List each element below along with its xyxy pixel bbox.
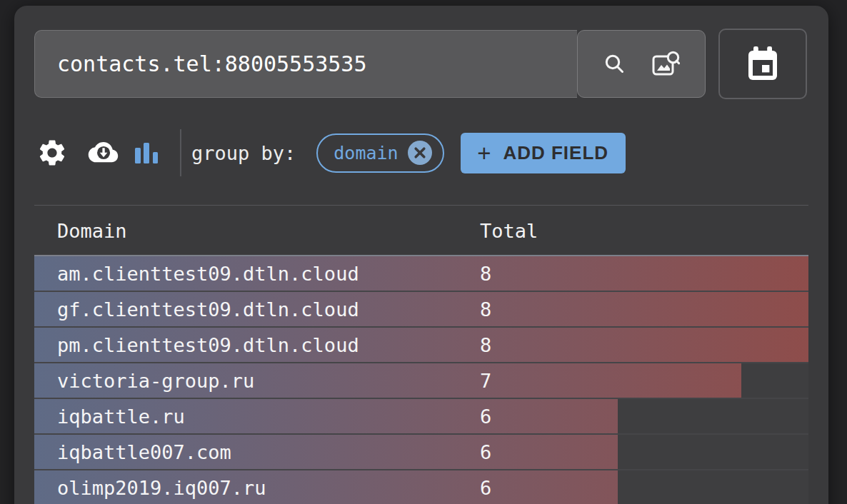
- row-total: 6: [480, 405, 491, 428]
- search-bar: [34, 30, 706, 98]
- group-by-label: group by:: [191, 142, 296, 164]
- add-field-label: ADD FIELD: [503, 142, 608, 164]
- row-total: 7: [480, 370, 491, 392]
- row-domain: iqbattle007.com: [57, 441, 231, 463]
- table-row[interactable]: iqbattle007.com6: [34, 433, 808, 469]
- row-total: 8: [480, 334, 491, 356]
- calendar-icon: [743, 44, 782, 84]
- table-row[interactable]: victoria-group.ru7: [34, 362, 808, 398]
- row-domain: pm.clienttest09.dtln.cloud: [57, 334, 359, 356]
- image-search-icon: [651, 51, 680, 78]
- search-button[interactable]: [603, 52, 627, 76]
- gear-icon: [36, 137, 68, 168]
- row-domain: am.clienttest09.dtln.cloud: [57, 263, 359, 285]
- row-domain: olimp2019.iq007.ru: [57, 477, 266, 499]
- row-total: 8: [480, 263, 491, 285]
- table-row[interactable]: am.clienttest09.dtln.cloud8: [34, 255, 808, 291]
- results-table: Domain Total am.clienttest09.dtln.cloud8…: [34, 205, 808, 504]
- group-by-chip-domain[interactable]: domain: [316, 133, 443, 173]
- table-header: Domain Total: [34, 205, 808, 255]
- calendar-button[interactable]: [718, 29, 807, 99]
- plus-icon: +: [477, 141, 491, 165]
- chart-button[interactable]: [135, 142, 159, 163]
- table-body: am.clienttest09.dtln.cloud8gf.clienttest…: [34, 255, 808, 504]
- row-total: 6: [480, 441, 491, 463]
- table-row[interactable]: gf.clienttest09.dtln.cloud8: [34, 291, 808, 326]
- add-field-button[interactable]: + ADD FIELD: [461, 133, 626, 173]
- table-row[interactable]: pm.clienttest09.dtln.cloud8: [34, 326, 808, 362]
- download-button[interactable]: [86, 140, 119, 166]
- chip-remove-icon[interactable]: [408, 141, 432, 165]
- search-panel-card: group by: domain + ADD FIELD Domain Tota…: [14, 6, 828, 504]
- search-input[interactable]: [34, 30, 577, 98]
- row-total: 6: [480, 477, 491, 499]
- bar-chart-icon: [135, 142, 159, 163]
- search-icon: [603, 52, 627, 76]
- toolbar-divider: [180, 129, 181, 176]
- cloud-download-icon: [86, 140, 119, 166]
- row-domain: victoria-group.ru: [57, 370, 254, 392]
- toolbar: group by: domain + ADD FIELD: [36, 128, 626, 177]
- row-domain: gf.clienttest09.dtln.cloud: [57, 298, 359, 321]
- settings-button[interactable]: [36, 137, 68, 168]
- row-domain: iqbattle.ru: [57, 405, 185, 428]
- column-header-domain: Domain: [57, 219, 127, 241]
- table-row[interactable]: olimp2019.iq007.ru6: [34, 469, 808, 504]
- table-row[interactable]: iqbattle.ru6: [34, 398, 808, 433]
- image-search-button[interactable]: [651, 51, 680, 78]
- search-actions: [577, 30, 706, 98]
- row-total: 8: [480, 298, 491, 321]
- column-header-total: Total: [480, 219, 538, 241]
- chip-label: domain: [334, 143, 398, 163]
